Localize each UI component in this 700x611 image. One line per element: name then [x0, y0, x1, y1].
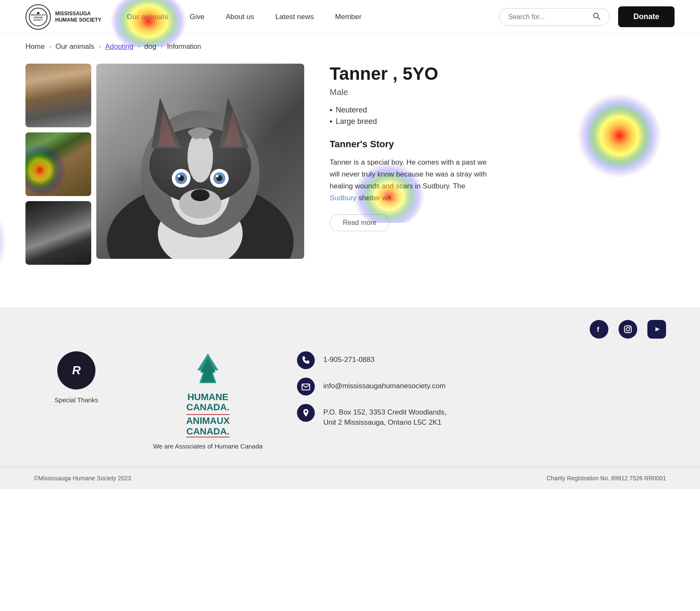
humane-canada-text: HUMANE CANADA. ANIMAUX CANADA.: [186, 392, 230, 437]
svg-marker-28: [219, 98, 249, 149]
svg-point-12: [158, 199, 243, 259]
facebook-icon[interactable]: f: [590, 320, 608, 339]
main-content: Tanner , 5YO Male Neutered Large breed T…: [0, 59, 700, 290]
read-more-area: Read more: [330, 214, 389, 231]
read-more-button[interactable]: Read more: [330, 214, 389, 231]
sudbury-link[interactable]: Sudbury: [330, 194, 356, 202]
footer-thanks-label: Special Thanks: [55, 396, 98, 404]
footer-associate-label: We are Associates of Humane Canada: [153, 443, 263, 450]
copyright-text: ©Mississauga Humane Society 2023: [34, 475, 131, 482]
nav-latest-news[interactable]: Latest news: [275, 13, 314, 21]
svg-marker-37: [655, 327, 660, 331]
breadcrumb-home[interactable]: Home: [25, 42, 45, 51]
logo-icon: MISSISSAUGA HUMANE SOCIETY: [25, 4, 51, 30]
youtube-icon[interactable]: [647, 320, 666, 339]
story-text: Tanner is a special boy. He comes with a…: [330, 157, 491, 204]
footer-badge-letter: R: [72, 364, 81, 377]
breadcrumb-current: Information: [167, 43, 201, 50]
svg-point-17: [179, 189, 221, 219]
svg-point-24: [213, 172, 225, 184]
thumbnail-2[interactable]: [25, 132, 91, 196]
main-nav: Our animals Give About us Latest news Me…: [127, 13, 499, 21]
svg-point-20: [175, 172, 187, 184]
phone-number: 1-905-271-0883: [323, 351, 375, 365]
heatmap-animal-info-overlay: [573, 89, 666, 182]
svg-point-16: [188, 132, 213, 182]
svg-point-41: [305, 411, 307, 413]
gallery: [25, 64, 304, 265]
animal-info: Tanner , 5YO Male Neutered Large breed T…: [330, 64, 675, 265]
logo-text: MISSISSAUGA HUMANE SOCIETY: [55, 11, 101, 23]
svg-point-36: [630, 327, 630, 328]
footer-social: f: [0, 307, 700, 347]
story-title: Tanner's Story: [330, 139, 675, 150]
contact-email-row: info@mississaugahumanesociety.com: [297, 378, 666, 395]
svg-point-19: [172, 169, 190, 188]
svg-point-22: [178, 175, 180, 177]
search-bar[interactable]: [499, 8, 610, 26]
humane-canada-icon: [191, 351, 225, 385]
animal-gender: Male: [330, 87, 675, 97]
svg-text:f: f: [597, 326, 599, 333]
header: MISSISSAUGA HUMANE SOCIETY MISSISSAUGA H…: [0, 0, 700, 34]
svg-rect-10: [96, 64, 304, 259]
postal-address: P.O. Box 152, 3353 Credit Woodlands, Uni…: [323, 404, 446, 428]
footer-main: R Special Thanks HUMANE CANADA. ANIMAUX …: [0, 347, 700, 467]
breadcrumb-dog[interactable]: dog: [144, 42, 156, 51]
svg-point-5: [37, 12, 39, 14]
thumbnail-1[interactable]: [25, 64, 91, 127]
phone-icon: [297, 351, 315, 369]
search-icon: [592, 12, 601, 22]
trait-neutered: Neutered: [330, 106, 675, 115]
footer-bottom: ©Mississauga Humane Society 2023 Charity…: [0, 467, 700, 489]
nav-member[interactable]: Member: [335, 13, 361, 21]
svg-point-21: [178, 175, 184, 181]
footer-contact: 1-905-271-0883 info@mississaugahumanesoc…: [297, 351, 666, 450]
breadcrumb-sep-4: ›: [160, 43, 162, 50]
footer-humane-canada: HUMANE CANADA. ANIMAUX CANADA. We are As…: [144, 351, 272, 450]
svg-point-35: [626, 328, 630, 331]
thumbnail-3[interactable]: [25, 201, 91, 265]
breadcrumb-sep-1: ›: [49, 43, 51, 50]
trait-breed: Large breed: [330, 117, 675, 126]
header-right: Donate: [499, 6, 675, 27]
animal-traits: Neutered Large breed: [330, 106, 675, 126]
animal-name: Tanner , 5YO: [330, 64, 675, 84]
svg-point-23: [210, 169, 229, 188]
breadcrumb: Home › Our animals › Adopting › dog › In…: [0, 34, 700, 59]
contact-phone-row: 1-905-271-0883: [297, 351, 666, 369]
donate-button[interactable]: Donate: [618, 6, 675, 27]
nav-about-us[interactable]: About us: [226, 13, 254, 21]
svg-point-26: [216, 175, 218, 177]
main-photo-image: [96, 64, 304, 259]
breadcrumb-adopting[interactable]: Adopting: [105, 42, 134, 51]
footer: f R Special Thanks: [0, 307, 700, 489]
svg-point-18: [191, 189, 210, 201]
nav-our-animals[interactable]: Our animals: [127, 13, 168, 21]
breadcrumb-our-animals[interactable]: Our animals: [56, 42, 95, 51]
main-photo[interactable]: [96, 64, 304, 259]
email-address: info@mississaugahumanesociety.com: [323, 378, 445, 391]
svg-point-15: [149, 127, 251, 204]
svg-marker-27: [151, 98, 181, 149]
email-icon: [297, 378, 315, 395]
breadcrumb-sep-3: ›: [138, 43, 140, 50]
svg-marker-30: [224, 110, 243, 146]
charity-registration: Charity Registration No. 89912 7526 RR00…: [546, 475, 666, 482]
svg-marker-29: [158, 110, 176, 146]
svg-text:SOCIETY: SOCIETY: [34, 19, 43, 21]
nav-give[interactable]: Give: [190, 13, 204, 21]
logo[interactable]: MISSISSAUGA HUMANE SOCIETY MISSISSAUGA H…: [25, 4, 101, 30]
footer-special-thanks: R Special Thanks: [34, 351, 119, 450]
breadcrumb-sep-2: ›: [98, 43, 101, 50]
svg-point-14: [171, 157, 230, 225]
thumbnail-list: [25, 64, 91, 265]
contact-address-row: P.O. Box 152, 3353 Credit Woodlands, Uni…: [297, 404, 666, 428]
footer-badge: R: [57, 351, 95, 390]
instagram-icon[interactable]: [619, 320, 637, 339]
address-icon: [297, 404, 315, 422]
svg-line-7: [598, 17, 600, 20]
search-input[interactable]: [508, 13, 588, 21]
svg-point-25: [216, 175, 222, 181]
svg-point-13: [141, 110, 260, 238]
